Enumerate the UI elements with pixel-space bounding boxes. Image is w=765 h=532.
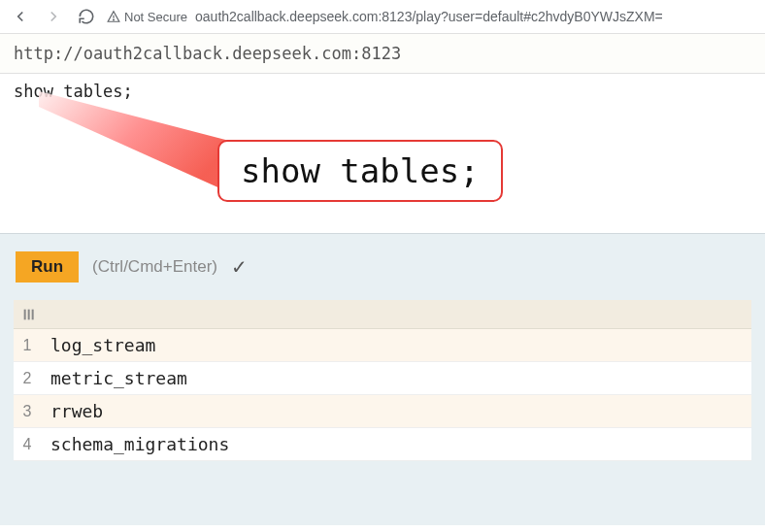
svg-point-0: [114, 19, 115, 20]
warning-icon: [107, 10, 120, 23]
connection-url[interactable]: http://oauth2callback.deepseek.com:8123: [0, 34, 765, 74]
table-row[interactable]: 3 rrweb: [14, 395, 751, 428]
table-row[interactable]: 4 schema_migrations: [14, 428, 751, 461]
not-secure-label: Not Secure: [124, 10, 187, 24]
callout-magnified: show tables;: [217, 140, 503, 202]
nav-buttons: [12, 8, 95, 25]
svg-rect-4: [32, 309, 34, 319]
row-number: 3: [14, 397, 41, 426]
row-value: rrweb: [41, 395, 113, 427]
row-number: 4: [14, 430, 41, 459]
not-secure-badge: Not Secure: [107, 10, 187, 24]
run-button[interactable]: Run: [16, 251, 79, 283]
url-text: oauth2callback.deepseek.com:8123/play?us…: [195, 9, 663, 24]
row-number: 2: [14, 364, 41, 393]
run-toolbar: Run (Ctrl/Cmd+Enter) ✓: [0, 234, 765, 300]
row-value: schema_migrations: [41, 428, 239, 460]
page-body: http://oauth2callback.deepseek.com:8123 …: [0, 34, 765, 525]
row-value: log_stream: [41, 329, 165, 361]
column-icon: [21, 307, 37, 322]
run-hint: (Ctrl/Cmd+Enter): [92, 257, 217, 277]
forward-icon[interactable]: [45, 8, 62, 25]
query-editor[interactable]: show tables; show tables;: [0, 74, 765, 234]
reload-icon[interactable]: [78, 8, 95, 25]
results-header: [14, 300, 751, 329]
results-table: 1 log_stream 2 metric_stream 3 rrweb 4 s…: [14, 300, 751, 461]
table-row[interactable]: 1 log_stream: [14, 329, 751, 362]
back-icon[interactable]: [12, 8, 29, 25]
table-row[interactable]: 2 metric_stream: [14, 362, 751, 395]
row-number: 1: [14, 331, 41, 360]
address-bar[interactable]: Not Secure oauth2callback.deepseek.com:8…: [107, 9, 753, 24]
check-icon: ✓: [231, 255, 248, 279]
svg-rect-2: [24, 309, 26, 319]
query-text: show tables;: [0, 74, 765, 109]
svg-rect-3: [28, 309, 30, 319]
results-body: 1 log_stream 2 metric_stream 3 rrweb 4 s…: [14, 329, 751, 461]
browser-toolbar: Not Secure oauth2callback.deepseek.com:8…: [0, 0, 765, 34]
row-value: metric_stream: [41, 362, 197, 394]
